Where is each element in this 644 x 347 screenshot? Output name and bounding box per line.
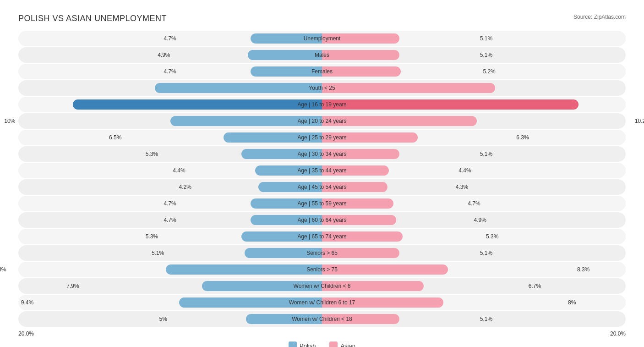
polish-value: 4.4% <box>173 167 185 174</box>
bar-label: Unemployment <box>304 35 341 42</box>
bar-label: Age | 60 to 64 years <box>297 217 346 223</box>
bar-label: Seniors > 65 <box>306 250 338 256</box>
legend-box-polish <box>289 341 297 347</box>
asian-bar <box>322 50 399 60</box>
polish-value: 4.7% <box>164 217 176 223</box>
polish-value: 6.5% <box>109 134 121 141</box>
polish-bar <box>166 264 322 275</box>
polish-value: 9.4% <box>21 299 33 306</box>
bar-label: Women w/ Children < 6 <box>294 283 351 289</box>
asian-value: 4.4% <box>458 167 471 174</box>
legend-polish-label: Polish <box>300 342 316 347</box>
polish-value: 10.3% <box>0 266 6 273</box>
bar-row: Age | 45 to 54 years4.2%4.3% <box>18 179 626 195</box>
polish-value: 10% <box>4 118 15 124</box>
polish-value: 4.7% <box>164 68 176 75</box>
bar-row: Age | 30 to 34 years5.3%5.1% <box>18 146 626 162</box>
bar-row: Age | 20 to 24 years10%10.2% <box>18 113 626 129</box>
asian-bar <box>322 83 495 93</box>
bar-label: Women w/ Children 6 to 17 <box>289 299 355 306</box>
polish-value: 5% <box>159 316 167 322</box>
asian-bar <box>322 264 448 275</box>
polish-value: 7.9% <box>66 283 79 289</box>
bar-row: Unemployment4.7%5.1% <box>18 31 626 46</box>
bar-label: Age | 45 to 54 years <box>297 184 346 190</box>
asian-value: 5.1% <box>480 151 492 157</box>
polish-bar <box>248 50 322 60</box>
asian-value: 5.1% <box>480 52 492 58</box>
asian-value: 5.1% <box>480 316 492 322</box>
bar-row: Youth < 2511%11.4% <box>18 80 626 96</box>
polish-bar <box>73 99 322 110</box>
bar-row: Age | 65 to 74 years5.3%5.3% <box>18 229 626 244</box>
asian-bar <box>322 66 401 77</box>
legend-polish: Polish <box>289 341 316 347</box>
asian-value: 8% <box>568 299 576 306</box>
bar-row: Age | 16 to 19 years16.4%16.9% <box>18 97 626 112</box>
polish-value: 4.7% <box>164 200 176 207</box>
bar-label: Males <box>315 52 329 58</box>
x-axis-right: 20.0% <box>610 330 626 337</box>
polish-value: 4.9% <box>158 52 170 58</box>
bar-label: Age | 35 to 44 years <box>297 167 346 174</box>
asian-value: 5.3% <box>486 233 498 240</box>
asian-value: 8.3% <box>577 266 589 273</box>
chart-container: POLISH VS ASIAN UNEMPLOYMENT Source: Zip… <box>9 9 635 347</box>
bar-label: Age | 30 to 34 years <box>297 151 346 157</box>
bar-row: Seniors > 7510.3%8.3% <box>18 262 626 277</box>
x-axis-left: 20.0% <box>18 330 34 337</box>
bar-label: Age | 16 to 19 years <box>297 101 346 108</box>
bar-row: Age | 60 to 64 years4.7%4.9% <box>18 212 626 228</box>
bar-label: Youth < 25 <box>309 85 335 91</box>
asian-value: 10.2% <box>635 118 644 124</box>
bar-row: Age | 25 to 29 years6.5%6.3% <box>18 130 626 145</box>
bar-label: Age | 20 to 24 years <box>297 118 346 124</box>
chart-header: POLISH VS ASIAN UNEMPLOYMENT Source: Zip… <box>18 14 626 23</box>
bar-row: Age | 35 to 44 years4.4%4.4% <box>18 163 626 178</box>
bar-row: Males4.9%5.1% <box>18 47 626 63</box>
polish-bar <box>155 83 322 93</box>
chart-source: Source: ZipAtlas.com <box>573 14 626 20</box>
polish-value: 5.3% <box>146 233 158 240</box>
bar-row: Women w/ Children < 67.9%6.7% <box>18 278 626 294</box>
legend-box-asian <box>329 341 338 347</box>
x-axis: 20.0% 20.0% <box>18 330 626 337</box>
asian-value: 4.7% <box>468 200 480 207</box>
asian-value: 6.3% <box>516 134 529 141</box>
bar-row: Age | 55 to 59 years4.7%4.7% <box>18 196 626 211</box>
asian-value: 5.2% <box>483 68 495 75</box>
bar-row: Females4.7%5.2% <box>18 64 626 79</box>
legend: Polish Asian <box>18 341 626 347</box>
chart-area: Unemployment4.7%5.1%Males4.9%5.1%Females… <box>18 31 626 327</box>
asian-value: 5.1% <box>480 250 492 256</box>
polish-value: 5.3% <box>146 151 158 157</box>
asian-value: 5.1% <box>480 35 492 42</box>
bar-label: Seniors > 75 <box>306 266 338 273</box>
polish-value: 5.1% <box>152 250 164 256</box>
asian-value: 4.3% <box>456 184 468 190</box>
asian-value: 6.7% <box>529 283 541 289</box>
bar-label: Females <box>311 68 333 75</box>
bar-row: Seniors > 655.1%5.1% <box>18 245 626 261</box>
polish-value: 4.2% <box>179 184 191 190</box>
bar-label: Age | 65 to 74 years <box>297 233 346 240</box>
legend-asian-label: Asian <box>340 342 355 347</box>
asian-bar <box>322 99 579 110</box>
legend-asian: Asian <box>329 341 355 347</box>
bar-label: Women w/ Children < 18 <box>292 316 352 322</box>
bar-label: Age | 55 to 59 years <box>297 200 346 207</box>
asian-value: 4.9% <box>474 217 486 223</box>
bar-label: Age | 25 to 29 years <box>297 134 346 141</box>
chart-title: POLISH VS ASIAN UNEMPLOYMENT <box>18 14 167 23</box>
polish-value: 4.7% <box>164 35 176 42</box>
bar-row: Women w/ Children < 185%5.1% <box>18 311 626 327</box>
bar-row: Women w/ Children 6 to 179.4%8% <box>18 295 626 310</box>
